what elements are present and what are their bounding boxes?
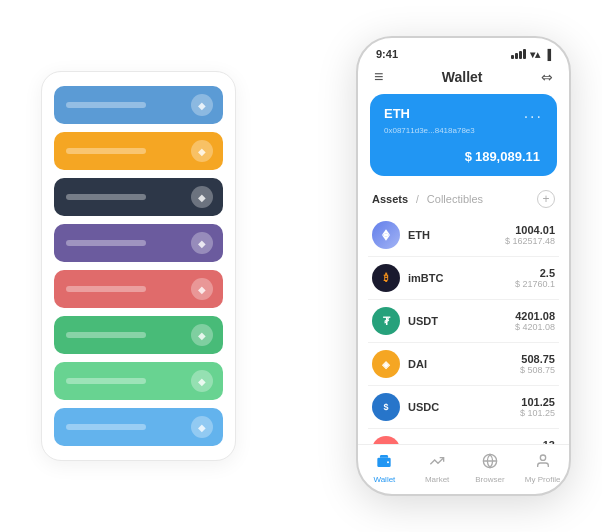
add-asset-button[interactable]: +	[537, 190, 555, 208]
eth-asset-usd: $ 162517.48	[505, 236, 555, 246]
eth-card-balance: $189,089.11	[384, 143, 543, 166]
imbtc-asset-amounts: 2.5 $ 21760.1	[515, 267, 555, 289]
browser-nav-label: Browser	[475, 475, 504, 484]
status-time: 9:41	[376, 48, 398, 60]
card-item-purple[interactable]: ◆	[54, 224, 223, 262]
usdc-asset-amount: 101.25	[520, 396, 555, 408]
balance-amount: 189,089.11	[475, 149, 540, 164]
market-nav-label: Market	[425, 475, 449, 484]
usdt-asset-usd: $ 4201.08	[515, 322, 555, 332]
battery-icon: ▐	[544, 49, 551, 60]
imbtc-asset-amount: 2.5	[515, 267, 555, 279]
usdt-asset-icon: ₮	[372, 307, 400, 335]
eth-card-more-button[interactable]: ...	[524, 104, 543, 122]
eth-asset-icon	[372, 221, 400, 249]
usdc-asset-name: USDC	[408, 401, 520, 413]
tabs-separator: /	[416, 194, 419, 205]
svg-point-7	[387, 461, 389, 463]
card-icon: ◆	[191, 94, 213, 116]
tft-asset-icon: 🦋	[372, 436, 400, 444]
asset-item-tft[interactable]: 🦋 TFT 13 0	[368, 429, 559, 444]
usdc-asset-amounts: 101.25 $ 101.25	[520, 396, 555, 418]
asset-item-imbtc[interactable]: ₿ imBTC 2.5 $ 21760.1	[368, 257, 559, 300]
card-line	[66, 378, 146, 384]
imbtc-asset-name: imBTC	[408, 272, 515, 284]
eth-card-top: ETH ...	[384, 104, 543, 122]
imbtc-asset-usd: $ 21760.1	[515, 279, 555, 289]
dai-asset-amounts: 508.75 $ 508.75	[520, 353, 555, 375]
dai-asset-usd: $ 508.75	[520, 365, 555, 375]
menu-icon[interactable]: ≡	[374, 68, 383, 86]
eth-card-label: ETH	[384, 106, 410, 121]
bottom-nav: Wallet Market Browser My Profile	[358, 444, 569, 494]
dai-asset-icon: ◈	[372, 350, 400, 378]
wallet-nav-icon	[376, 453, 392, 473]
usdt-asset-amount: 4201.08	[515, 310, 555, 322]
tab-collectibles[interactable]: Collectibles	[427, 193, 483, 205]
scan-icon[interactable]: ⇔	[541, 69, 553, 85]
balance-currency-symbol: $	[465, 149, 472, 164]
eth-card[interactable]: ETH ... 0x08711d3e...8418a78e3 $189,089.…	[370, 94, 557, 176]
imbtc-asset-icon: ₿	[372, 264, 400, 292]
signal-bar-1	[511, 55, 514, 59]
asset-item-dai[interactable]: ◈ DAI 508.75 $ 508.75	[368, 343, 559, 386]
signal-bars	[511, 49, 526, 59]
card-line	[66, 286, 146, 292]
card-item-dark[interactable]: ◆	[54, 178, 223, 216]
scene: ◆ ◆ ◆ ◆ ◆ ◆ ◆ ◆	[21, 21, 581, 511]
assets-tabs: Assets / Collectibles	[372, 193, 483, 205]
nav-item-browser[interactable]: Browser	[464, 453, 517, 484]
card-icon: ◆	[191, 370, 213, 392]
card-item-yellow[interactable]: ◆	[54, 132, 223, 170]
market-nav-icon	[429, 453, 445, 473]
wallet-nav-label: Wallet	[373, 475, 395, 484]
header-title: Wallet	[442, 69, 483, 85]
card-item-sky[interactable]: ◆	[54, 408, 223, 446]
wifi-icon: ▾▴	[530, 49, 540, 60]
card-icon: ◆	[191, 140, 213, 162]
card-item-green[interactable]: ◆	[54, 316, 223, 354]
card-line	[66, 424, 146, 430]
card-line	[66, 240, 146, 246]
card-stack: ◆ ◆ ◆ ◆ ◆ ◆ ◆ ◆	[41, 71, 236, 461]
card-line	[66, 102, 146, 108]
nav-item-market[interactable]: Market	[411, 453, 464, 484]
asset-item-usdc[interactable]: $ USDC 101.25 $ 101.25	[368, 386, 559, 429]
card-icon: ◆	[191, 324, 213, 346]
phone-header: ≡ Wallet ⇔	[358, 64, 569, 94]
usdc-asset-icon: $	[372, 393, 400, 421]
dai-asset-name: DAI	[408, 358, 520, 370]
svg-point-10	[540, 455, 545, 460]
asset-item-eth[interactable]: ETH 1004.01 $ 162517.48	[368, 214, 559, 257]
usdt-asset-amounts: 4201.08 $ 4201.08	[515, 310, 555, 332]
card-item-red[interactable]: ◆	[54, 270, 223, 308]
profile-nav-label: My Profile	[525, 475, 561, 484]
eth-asset-amounts: 1004.01 $ 162517.48	[505, 224, 555, 246]
card-item-light-green[interactable]: ◆	[54, 362, 223, 400]
profile-nav-icon	[535, 453, 551, 473]
card-icon: ◆	[191, 186, 213, 208]
card-icon: ◆	[191, 416, 213, 438]
tab-assets[interactable]: Assets	[372, 193, 408, 205]
card-line	[66, 332, 146, 338]
card-line	[66, 148, 146, 154]
browser-nav-icon	[482, 453, 498, 473]
card-icon: ◆	[191, 278, 213, 300]
usdc-asset-usd: $ 101.25	[520, 408, 555, 418]
eth-card-address: 0x08711d3e...8418a78e3	[384, 126, 543, 135]
signal-bar-4	[523, 49, 526, 59]
asset-list: ETH 1004.01 $ 162517.48 ₿ imBTC 2.5 $ 21…	[358, 214, 569, 444]
dai-asset-amount: 508.75	[520, 353, 555, 365]
status-icons: ▾▴ ▐	[511, 49, 551, 60]
assets-header: Assets / Collectibles +	[358, 186, 569, 214]
nav-item-profile[interactable]: My Profile	[516, 453, 569, 484]
eth-asset-amount: 1004.01	[505, 224, 555, 236]
card-item-blue[interactable]: ◆	[54, 86, 223, 124]
eth-asset-name: ETH	[408, 229, 505, 241]
status-bar: 9:41 ▾▴ ▐	[358, 38, 569, 64]
card-icon: ◆	[191, 232, 213, 254]
asset-item-usdt[interactable]: ₮ USDT 4201.08 $ 4201.08	[368, 300, 559, 343]
nav-item-wallet[interactable]: Wallet	[358, 453, 411, 484]
phone: 9:41 ▾▴ ▐ ≡ Wallet ⇔ ETH ...	[356, 36, 571, 496]
card-line	[66, 194, 146, 200]
